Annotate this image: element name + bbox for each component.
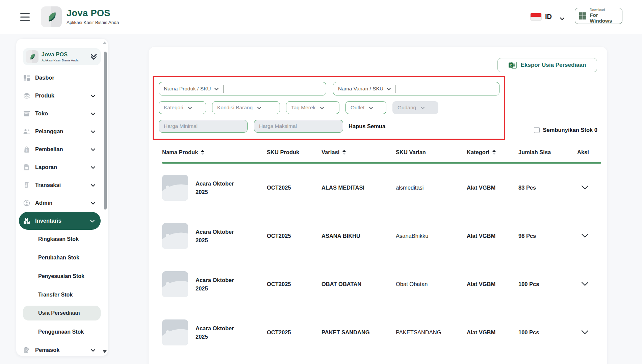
brand-text: Jova POS Aplikasi Kasir Bisnis Anda — [67, 8, 119, 25]
download-platform-label: For Windows — [590, 12, 618, 24]
gudang-dropdown-disabled: Gudang — [392, 101, 438, 114]
sidebar-subitem-perubahan-stok[interactable]: Perubahan Stok — [16, 248, 101, 267]
remaining-quantity: 83 Pcs — [518, 185, 577, 191]
kondisi-barang-dropdown[interactable]: Kondisi Barang — [212, 101, 280, 114]
sidebar-item-label: Inventaris — [35, 218, 90, 224]
sidebar-scrollbar-thumb[interactable] — [104, 52, 107, 209]
variant-name: ASANA BIKHU — [322, 233, 396, 239]
chevron-down-icon[interactable] — [214, 86, 219, 92]
harga-maksimal-input[interactable] — [254, 120, 343, 133]
chevron-down-icon — [91, 164, 95, 170]
variant-search-input[interactable] — [399, 84, 494, 94]
product-sku: OCT2025 — [267, 233, 322, 239]
sidebar-item-label: Produk — [35, 92, 91, 99]
remaining-quantity: 100 Pcs — [518, 281, 577, 287]
sidebar-item-laporan[interactable]: Laporan — [16, 158, 101, 176]
variant-sku: AsanaBhikku — [396, 233, 467, 239]
column-header-kategori[interactable]: Kategori — [467, 149, 518, 156]
chevron-down-icon — [91, 129, 95, 135]
column-header-variasi[interactable]: Variasi — [322, 149, 396, 156]
boxes-icon — [23, 218, 30, 224]
svg-text:$: $ — [26, 183, 27, 185]
remaining-quantity: 98 Pcs — [518, 233, 577, 239]
kategori-dropdown[interactable]: Kategori — [159, 101, 206, 114]
outlet-dropdown[interactable]: Outlet — [345, 101, 386, 114]
sidebar-collapse-double-chevron-icon[interactable] — [91, 54, 97, 60]
sidebar-item-toko[interactable]: Toko — [16, 105, 101, 122]
harga-minimal-input[interactable] — [159, 120, 248, 133]
header-label: Nama Produk — [162, 149, 198, 156]
chevron-down-icon — [257, 105, 261, 111]
sort-arrows-icon[interactable] — [342, 150, 346, 155]
top-header: Jova POS Aplikasi Kasir Bisnis Anda ID D… — [0, 0, 642, 34]
variant-search-label: Nama Varian / SKU — [338, 86, 383, 92]
chevron-down-icon — [91, 146, 95, 152]
leaf-icon — [28, 52, 36, 61]
language-selector[interactable]: ID — [545, 13, 552, 21]
row-expand-chevron-icon[interactable] — [581, 185, 589, 190]
export-usia-persediaan-button[interactable]: x Ekspor Usia Persediaan — [497, 58, 597, 72]
sidebar-item-label: Pemasok — [35, 347, 91, 353]
table-row: Acara Oktober 2025 OCT2025 ASANA BIKHU A… — [162, 212, 601, 260]
remaining-quantity: 100 Pcs — [518, 329, 577, 336]
sidebar-item-transaksi[interactable]: $ Transaksi — [16, 176, 101, 194]
download-label: Download — [590, 8, 618, 12]
row-expand-chevron-icon[interactable] — [581, 233, 589, 238]
sidebar-brand-tagline: Aplikasi Kasir Bisnis Anda — [42, 58, 91, 62]
filter-panel-highlighted-red: Nama Produk / SKU Nama Varian / SKU Kate… — [153, 76, 505, 140]
column-header-nama-produk[interactable]: Nama Produk — [162, 149, 267, 156]
sidebar-subitem-penyesuaian-stok[interactable]: Penyesuaian Stok — [16, 267, 101, 285]
category: Alat VGBM — [467, 329, 518, 336]
language-chevron-down-icon[interactable] — [560, 16, 564, 22]
sidebar-item-pelanggan[interactable]: Pelanggan — [16, 122, 101, 140]
scrollbar-down-arrow-icon[interactable] — [103, 350, 107, 353]
sidebar-item-produk[interactable]: Produk — [16, 87, 101, 105]
sidebar-subitem-penggunaan-stok[interactable]: Penggunaan Stok — [16, 323, 101, 341]
outlet-label: Outlet — [351, 105, 364, 111]
column-header-aksi: Aksi — [577, 149, 601, 156]
sort-arrows-icon[interactable] — [201, 150, 204, 155]
scrollbar-up-arrow-icon[interactable] — [103, 41, 107, 44]
sidebar-item-dasbor[interactable]: Dasbor — [16, 69, 101, 87]
inventory-aging-table: Nama Produk SKU Produk Variasi SKU Varia… — [162, 146, 601, 357]
dashboard-icon — [23, 75, 30, 81]
receipt-icon: $ — [23, 182, 30, 189]
clipboard-pen-icon — [23, 347, 30, 354]
document-icon — [23, 164, 30, 171]
sidebar-subitem-usia-persediaan[interactable]: Usia Persediaan — [23, 306, 101, 320]
hamburger-menu-icon[interactable] — [20, 13, 30, 21]
download-for-windows-button[interactable]: Download For Windows — [575, 8, 622, 24]
sidebar-brand-card: Jova POS Aplikasi Kasir Bisnis Anda — [23, 48, 101, 65]
sidebar-item-pembelian[interactable]: $ Pembelian — [16, 140, 101, 158]
sidebar-item-pemasok[interactable]: Pemasok — [16, 341, 101, 359]
product-image-placeholder-icon — [162, 271, 188, 297]
sidebar-item-inventaris[interactable]: Inventaris — [19, 212, 101, 230]
hide-zero-stock-checkbox[interactable] — [534, 127, 540, 133]
sort-arrows-icon[interactable] — [492, 150, 496, 155]
sidebar-scrollbar[interactable] — [103, 41, 107, 354]
sidebar-item-admin[interactable]: Admin — [16, 194, 101, 212]
shopping-bag-dollar-icon: $ — [23, 146, 30, 153]
chevron-down-icon — [320, 105, 324, 111]
brand-title: Jova POS — [67, 8, 119, 19]
chevron-down-icon — [91, 347, 95, 353]
sidebar-item-label: Admin — [35, 200, 91, 206]
row-expand-chevron-icon[interactable] — [581, 282, 589, 286]
sidebar-subitem-ringkasan-stok[interactable]: Ringkasan Stok — [16, 230, 101, 248]
store-icon — [23, 110, 30, 117]
header-label: Variasi — [322, 149, 339, 156]
svg-text:$: $ — [26, 149, 28, 152]
sidebar-subitem-transfer-stok[interactable]: Transfer Stok — [16, 285, 101, 304]
tag-merek-dropdown[interactable]: Tag Merek — [286, 101, 339, 114]
hide-zero-stock-toggle[interactable]: Sembunyikan Stok 0 — [534, 127, 597, 133]
row-expand-chevron-icon[interactable] — [581, 330, 589, 334]
column-header-sku-varian: SKU Varian — [396, 149, 467, 156]
clear-all-filters-button[interactable]: Hapus Semua — [349, 123, 385, 130]
chevron-down-icon[interactable] — [387, 86, 391, 92]
product-sku: OCT2025 — [267, 185, 322, 191]
product-sku-search-combo[interactable]: Nama Produk / SKU — [159, 82, 326, 95]
sidebar-item-label: Pelanggan — [35, 128, 91, 135]
product-sku: OCT2025 — [267, 329, 322, 336]
product-search-input[interactable] — [226, 84, 321, 94]
variant-sku-search-combo[interactable]: Nama Varian / SKU — [333, 82, 499, 95]
